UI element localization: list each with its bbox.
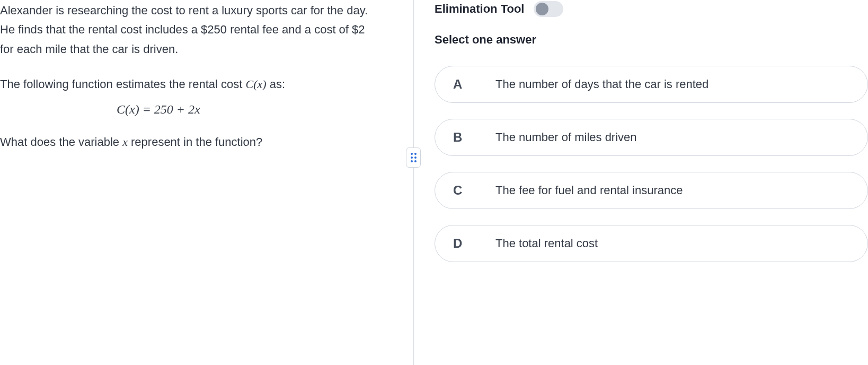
option-letter: C xyxy=(453,183,467,198)
option-c[interactable]: C The fee for fuel and rental insurance xyxy=(435,172,868,209)
answer-panel: Elimination Tool Select one answer A The… xyxy=(424,0,868,365)
question-prompt-pre: What does the variable xyxy=(0,135,122,149)
elimination-row: Elimination Tool xyxy=(435,1,868,17)
option-letter: B xyxy=(453,130,467,145)
option-letter: A xyxy=(453,77,467,92)
question-func-inline: C(x) xyxy=(245,77,266,91)
option-text: The fee for fuel and rental insurance xyxy=(495,184,683,197)
option-text: The total rental cost xyxy=(495,237,598,250)
option-b[interactable]: B The number of miles driven xyxy=(435,119,868,156)
elimination-toggle[interactable] xyxy=(534,1,563,17)
option-text: The number of days that the car is rente… xyxy=(495,77,708,91)
question-prompt: What does the variable x represent in th… xyxy=(0,133,382,152)
equation: C(x) = 250 + 2x xyxy=(0,102,382,117)
question-prompt-post: represent in the function? xyxy=(128,135,262,149)
drag-dots-icon xyxy=(411,153,417,162)
options-list: A The number of days that the car is ren… xyxy=(435,66,868,262)
question-paragraph-2-post: as: xyxy=(267,77,285,91)
panel-divider xyxy=(403,0,424,365)
option-d[interactable]: D The total rental cost xyxy=(435,225,868,262)
option-letter: D xyxy=(453,236,467,251)
elimination-label: Elimination Tool xyxy=(435,2,524,16)
equation-text: C(x) = 250 + 2x xyxy=(117,102,200,116)
question-prompt-var: x xyxy=(122,135,128,149)
option-a[interactable]: A The number of days that the car is ren… xyxy=(435,66,868,103)
toggle-knob xyxy=(536,3,548,15)
question-paragraph-2: The following function estimates the ren… xyxy=(0,75,382,94)
divider-line xyxy=(413,0,414,365)
question-paragraph-2-pre: The following function estimates the ren… xyxy=(0,77,245,91)
option-text: The number of miles driven xyxy=(495,131,637,144)
question-panel: Alexander is researching the cost to ren… xyxy=(0,0,403,365)
select-one-label: Select one answer xyxy=(435,33,868,47)
resize-handle[interactable] xyxy=(406,147,421,168)
question-paragraph-1: Alexander is researching the cost to ren… xyxy=(0,1,382,59)
